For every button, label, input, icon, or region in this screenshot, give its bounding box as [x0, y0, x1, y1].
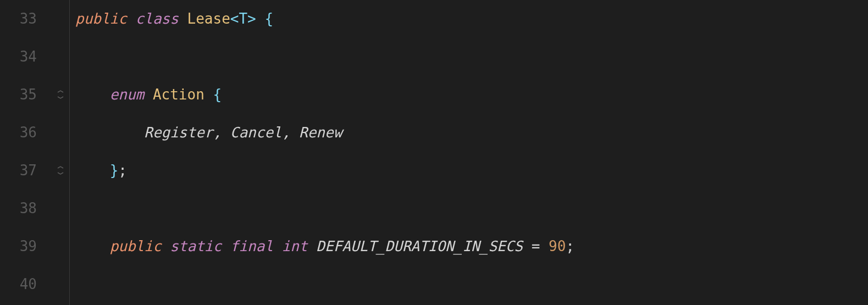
- brace-open: {: [264, 10, 273, 27]
- fold-marker-icon[interactable]: [56, 90, 65, 100]
- enum-value: Register: [144, 124, 213, 141]
- code-line[interactable]: Register, Cancel, Renew: [75, 114, 868, 152]
- brace-open: {: [213, 86, 222, 103]
- line-number: 36: [0, 114, 37, 152]
- generic-param: <T>: [230, 10, 256, 27]
- code-area[interactable]: public class Lease<T> { enum Action { Re…: [75, 0, 868, 305]
- comma: ,: [282, 124, 291, 141]
- code-line[interactable]: [75, 38, 868, 76]
- keyword-static: static: [170, 238, 222, 254]
- line-number: 40: [0, 265, 37, 303]
- keyword-int: int: [282, 238, 308, 254]
- class-name: Lease: [187, 10, 230, 27]
- enum-value: Renew: [299, 124, 342, 141]
- code-line[interactable]: [75, 190, 868, 228]
- line-number: 38: [0, 190, 37, 228]
- fold-column: [52, 0, 70, 305]
- comma: ,: [213, 124, 222, 141]
- constant-name: DEFAULT_DURATION_IN_SECS: [316, 238, 523, 254]
- semicolon: ;: [566, 238, 574, 254]
- operator-equals: =: [532, 238, 540, 254]
- keyword-enum: enum: [110, 86, 145, 103]
- code-line[interactable]: enum Action {: [75, 76, 868, 114]
- semicolon: ;: [118, 162, 127, 179]
- line-number: 39: [0, 228, 37, 265]
- keyword-public: public: [75, 10, 127, 27]
- enum-value: Cancel: [230, 124, 282, 141]
- brace-close: }: [110, 162, 119, 179]
- fold-marker-icon[interactable]: [56, 166, 65, 176]
- line-number: 33: [0, 0, 37, 38]
- number-literal: 90: [549, 238, 566, 254]
- code-editor[interactable]: 33 34 35 36 37 38 39 40 public class Lea…: [0, 0, 868, 305]
- keyword-class: class: [136, 10, 179, 27]
- enum-name: Action: [153, 86, 204, 103]
- code-line[interactable]: };: [75, 152, 868, 190]
- code-line[interactable]: public class Lease<T> {: [75, 0, 868, 38]
- code-line[interactable]: public static final int DEFAULT_DURATION…: [75, 228, 868, 265]
- line-number: 34: [0, 38, 37, 76]
- line-number-gutter: 33 34 35 36 37 38 39 40: [0, 0, 52, 305]
- keyword-public: public: [110, 238, 162, 254]
- line-number: 35: [0, 76, 37, 114]
- line-number: 37: [0, 152, 37, 190]
- code-line[interactable]: [75, 265, 868, 303]
- keyword-final: final: [230, 238, 273, 254]
